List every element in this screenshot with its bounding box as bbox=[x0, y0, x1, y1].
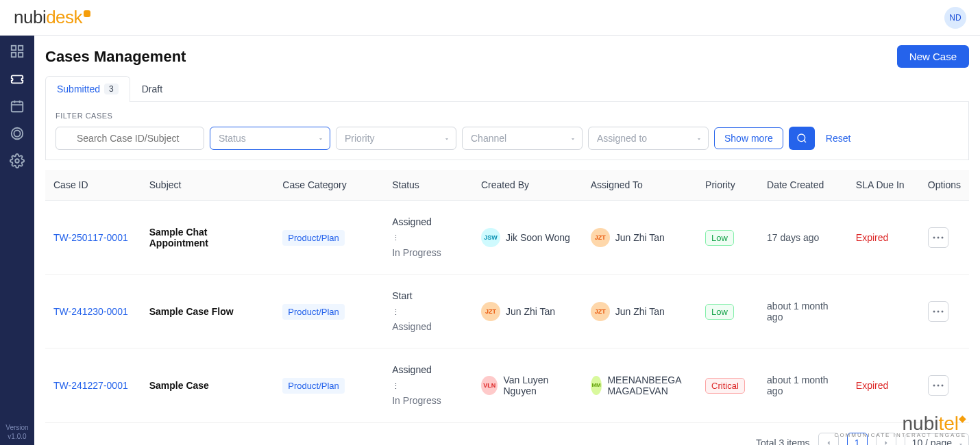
tab-draft[interactable]: Draft bbox=[130, 76, 174, 101]
col-status: Status bbox=[384, 170, 473, 201]
chevron-down-icon bbox=[569, 136, 576, 142]
status-cell: Assigned⋮In Progress bbox=[384, 201, 473, 275]
case-subject: Sample Case Flow bbox=[149, 306, 234, 317]
col-created-by: Created By bbox=[473, 170, 583, 201]
svg-point-11 bbox=[937, 236, 939, 238]
sla-text: Expired bbox=[856, 232, 888, 243]
case-id-link[interactable]: TW-241230-0001 bbox=[53, 306, 128, 317]
date-created-text: about 1 month ago bbox=[767, 301, 829, 322]
svg-rect-0 bbox=[12, 46, 16, 50]
table-row: TW-241227-0001 Sample Case Product/Plan … bbox=[45, 348, 969, 422]
filter-section: FILTER CASES Status Priority Channel bbox=[45, 102, 969, 160]
priority-select[interactable]: Priority bbox=[336, 127, 456, 150]
app-logo: nubidesk bbox=[14, 7, 90, 28]
created-by-cell: JSWJik Soon Wong bbox=[481, 228, 574, 247]
search-button[interactable] bbox=[789, 127, 815, 150]
row-options-button[interactable] bbox=[928, 227, 948, 248]
sla-text: Expired bbox=[856, 380, 888, 391]
col-priority: Priority bbox=[697, 170, 759, 201]
user-avatar-chip: JSW bbox=[481, 228, 500, 247]
chevron-right-icon bbox=[882, 439, 890, 445]
assigned-to-select[interactable]: Assigned to bbox=[588, 127, 709, 150]
page-title: Cases Management bbox=[45, 48, 186, 66]
tab-submitted[interactable]: Submitted 3 bbox=[45, 76, 130, 101]
status-select[interactable]: Status bbox=[210, 127, 330, 150]
svg-point-9 bbox=[798, 134, 805, 142]
channel-select[interactable]: Channel bbox=[462, 127, 583, 150]
user-avatar-chip: VLN bbox=[481, 376, 498, 395]
svg-rect-3 bbox=[19, 53, 23, 57]
chevron-left-icon bbox=[824, 439, 833, 445]
category-badge: Product/Plan bbox=[282, 230, 344, 246]
col-date-created: Date Created bbox=[759, 170, 848, 201]
more-icon bbox=[933, 236, 944, 239]
col-category: Case Category bbox=[274, 170, 384, 201]
created-by-cell: JZTJun Zhi Tan bbox=[481, 302, 574, 321]
case-subject: Sample Case bbox=[149, 380, 209, 391]
logo-dot-icon bbox=[84, 10, 90, 17]
user-avatar-chip: MM bbox=[591, 376, 602, 395]
date-created-text: 17 days ago bbox=[767, 232, 819, 243]
svg-point-7 bbox=[15, 159, 19, 163]
category-badge: Product/Plan bbox=[282, 304, 344, 320]
pagination-footer: Total 3 items 1 10 / page bbox=[45, 433, 969, 445]
svg-point-12 bbox=[941, 236, 943, 238]
filter-section-label: FILTER CASES bbox=[56, 112, 959, 120]
table-row: TW-250117-0001 Sample Chat Appointment P… bbox=[45, 201, 969, 275]
row-options-button[interactable] bbox=[928, 301, 948, 322]
category-badge: Product/Plan bbox=[282, 378, 344, 394]
user-avatar-chip: JZT bbox=[591, 302, 610, 321]
new-case-button[interactable]: New Case bbox=[897, 45, 969, 68]
tabs: Submitted 3 Draft bbox=[45, 76, 969, 102]
col-assigned-to: Assigned To bbox=[583, 170, 697, 201]
case-subject: Sample Chat Appointment bbox=[149, 227, 208, 249]
svg-point-5 bbox=[12, 128, 23, 140]
more-icon bbox=[933, 384, 944, 387]
main-content: Cases Management New Case Submitted 3 Dr… bbox=[34, 36, 980, 445]
reset-link[interactable]: Reset bbox=[826, 133, 851, 144]
row-options-button[interactable] bbox=[928, 375, 948, 396]
settings-icon[interactable] bbox=[10, 153, 25, 168]
cases-table: Case ID Subject Case Category Status Cre… bbox=[45, 170, 969, 423]
priority-badge: Critical bbox=[705, 378, 745, 394]
svg-rect-2 bbox=[12, 53, 16, 57]
svg-point-6 bbox=[14, 130, 20, 136]
brand-footer: nubitel◆ COMMUNICATE INTERACT ENGAGE bbox=[835, 413, 966, 438]
circle-icon[interactable] bbox=[10, 126, 25, 141]
tab-count-badge: 3 bbox=[104, 84, 119, 94]
svg-rect-1 bbox=[19, 46, 23, 50]
created-by-cell: VLNVan Luyen Nguyen bbox=[481, 374, 574, 396]
user-avatar-chip: JZT bbox=[591, 228, 610, 247]
assigned-to-cell: JZTJun Zhi Tan bbox=[591, 302, 689, 321]
priority-badge: Low bbox=[705, 230, 734, 246]
svg-point-16 bbox=[933, 384, 935, 386]
show-more-button[interactable]: Show more bbox=[714, 127, 783, 149]
svg-point-14 bbox=[937, 310, 939, 312]
dashboard-icon[interactable] bbox=[10, 44, 25, 59]
chevron-down-icon bbox=[443, 136, 450, 142]
chevron-down-icon bbox=[696, 136, 702, 142]
assigned-to-cell: MMMEENANBEEGA MAGADEVAN bbox=[591, 374, 689, 396]
calendar-icon[interactable] bbox=[10, 99, 25, 114]
svg-point-15 bbox=[941, 310, 943, 312]
date-created-text: about 1 month ago bbox=[767, 374, 829, 396]
case-id-link[interactable]: TW-250117-0001 bbox=[53, 232, 128, 243]
user-avatar-chip: JZT bbox=[481, 302, 500, 321]
version-label: Version v1.0.0 bbox=[5, 423, 28, 445]
ticket-icon[interactable] bbox=[10, 71, 25, 86]
user-avatar[interactable]: ND bbox=[944, 7, 966, 29]
svg-point-18 bbox=[941, 384, 943, 386]
col-sla: SLA Due In bbox=[848, 170, 920, 201]
status-cell: Start⋮Assigned bbox=[384, 275, 473, 348]
case-id-link[interactable]: TW-241227-0001 bbox=[53, 380, 128, 391]
svg-rect-4 bbox=[12, 102, 23, 112]
col-options: Options bbox=[920, 170, 969, 201]
priority-badge: Low bbox=[705, 304, 734, 320]
search-input[interactable] bbox=[56, 127, 204, 150]
total-items-text: Total 3 items bbox=[756, 437, 810, 445]
col-subject: Subject bbox=[141, 170, 275, 201]
chevron-down-icon bbox=[317, 136, 324, 142]
svg-point-17 bbox=[937, 384, 939, 386]
more-icon bbox=[933, 310, 944, 313]
svg-point-10 bbox=[933, 236, 935, 238]
